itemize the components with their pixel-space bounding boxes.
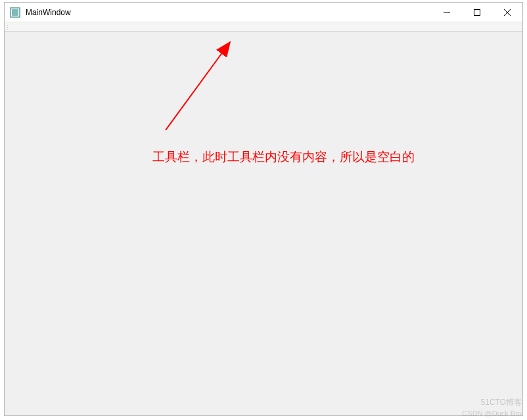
close-button[interactable] — [492, 3, 522, 22]
app-icon — [10, 7, 20, 18]
client-area: 工具栏，此时工具栏内没有内容，所以是空白的 — [5, 32, 522, 415]
toolbar[interactable] — [5, 22, 522, 32]
main-window: MainWindow — [4, 2, 523, 416]
window-controls — [432, 3, 522, 22]
window-title: MainWindow — [26, 8, 432, 17]
annotation-arrow-icon — [159, 38, 238, 137]
maximize-icon — [474, 9, 480, 16]
annotation-label: 工具栏，此时工具栏内没有内容，所以是空白的 — [152, 149, 415, 166]
minimize-icon — [444, 9, 450, 16]
maximize-button[interactable] — [462, 3, 492, 22]
svg-line-7 — [166, 42, 230, 130]
svg-rect-3 — [474, 9, 480, 15]
svg-rect-1 — [12, 9, 18, 16]
titlebar[interactable]: MainWindow — [5, 3, 522, 22]
minimize-button[interactable] — [432, 3, 462, 22]
close-icon — [504, 9, 511, 16]
